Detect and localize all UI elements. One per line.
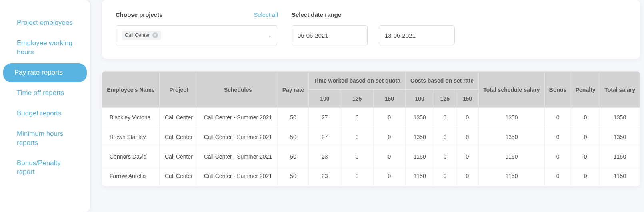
cell-project: Call Center: [159, 147, 198, 166]
filter-card: Choose projects Select all Call Center ✕…: [102, 0, 640, 59]
cell-name: Connors David: [102, 147, 160, 166]
cell-t150: 0: [373, 166, 406, 186]
table-body: Blackley VictoriaCall CenterCall Center …: [102, 108, 640, 186]
date-range-group: Select date range 06-06-2021 13-06-2021: [292, 11, 455, 45]
col-c150: 150: [456, 90, 478, 108]
cell-pay-rate: 50: [278, 127, 309, 147]
cell-t100: 27: [308, 127, 341, 147]
col-project: Project: [159, 72, 198, 108]
cell-t100: 27: [308, 108, 341, 127]
cell-project: Call Center: [159, 166, 198, 186]
sidebar-item-pay-rate-reports[interactable]: Pay rate reports: [3, 63, 87, 82]
projects-filter-group: Choose projects Select all Call Center ✕…: [116, 11, 278, 45]
cell-t150: 0: [373, 127, 406, 147]
cell-penalty: 0: [571, 166, 600, 186]
cell-t150: 0: [373, 108, 406, 127]
date-from-value: 06-06-2021: [298, 32, 328, 39]
cell-schedule: Call Center - Summer 2021: [198, 166, 278, 186]
cell-t125: 0: [341, 108, 373, 127]
cell-c150: 0: [456, 166, 478, 186]
date-to-value: 13-06-2021: [385, 32, 416, 39]
sidebar-item-project-employees[interactable]: Project employees: [3, 14, 87, 32]
col-t150: 150: [373, 90, 406, 108]
project-chip: Call Center ✕: [122, 31, 161, 40]
sidebar: Project employeesEmployee working hoursP…: [0, 0, 90, 212]
col-penalty: Penalty: [571, 72, 600, 108]
table-row: Blackley VictoriaCall CenterCall Center …: [102, 108, 640, 127]
sidebar-item-time-off-reports[interactable]: Time off reports: [3, 84, 87, 103]
cell-total: 1350: [600, 108, 640, 127]
cell-bonus: 0: [545, 147, 571, 166]
sidebar-item-minimum-hours-reports[interactable]: Minimum hours reports: [3, 125, 87, 153]
cell-tss: 1150: [478, 166, 545, 186]
cell-penalty: 0: [571, 127, 600, 147]
report-table-card: Employee's Name Project Schedules Pay ra…: [102, 71, 640, 186]
cell-penalty: 0: [571, 147, 600, 166]
pay-rate-table: Employee's Name Project Schedules Pay ra…: [102, 71, 640, 186]
date-range-label: Select date range: [292, 11, 341, 18]
cell-c100: 1150: [406, 166, 434, 186]
col-pay-rate: Pay rate: [278, 72, 309, 108]
cell-c100: 1150: [406, 147, 434, 166]
cell-t100: 23: [308, 166, 341, 186]
col-schedules: Schedules: [198, 72, 278, 108]
cell-c150: 0: [456, 108, 478, 127]
cell-t125: 0: [341, 127, 373, 147]
cell-bonus: 0: [545, 166, 571, 186]
cell-total: 1350: [600, 127, 640, 147]
col-c100: 100: [406, 90, 434, 108]
date-range-head: Select date range: [292, 11, 455, 18]
sidebar-item-employee-working-hours[interactable]: Employee working hours: [3, 34, 87, 62]
cell-tss: 1150: [478, 147, 545, 166]
cell-project: Call Center: [159, 127, 198, 147]
cell-pay-rate: 50: [278, 166, 309, 186]
cell-c125: 0: [434, 147, 456, 166]
col-bonus: Bonus: [545, 72, 571, 108]
cell-tss: 1350: [478, 108, 545, 127]
date-inputs-wrap: 06-06-2021 13-06-2021: [292, 25, 455, 45]
cell-schedule: Call Center - Summer 2021: [198, 147, 278, 166]
cell-pay-rate: 50: [278, 147, 309, 166]
cell-project: Call Center: [159, 108, 198, 127]
sidebar-item-budget-reports[interactable]: Budget reports: [3, 104, 87, 123]
project-chip-label: Call Center: [125, 32, 150, 38]
cell-bonus: 0: [545, 127, 571, 147]
cell-pay-rate: 50: [278, 108, 309, 127]
col-total-salary: Total salary: [600, 72, 640, 108]
table-row: Farrow AureliaCall CenterCall Center - S…: [102, 166, 640, 186]
cell-schedule: Call Center - Summer 2021: [198, 108, 278, 127]
cell-t125: 0: [341, 147, 373, 166]
cell-total: 1150: [600, 166, 640, 186]
projects-filter-head: Choose projects Select all: [116, 11, 278, 18]
table-head: Employee's Name Project Schedules Pay ra…: [102, 72, 640, 108]
cell-c150: 0: [456, 147, 478, 166]
cell-name: Blackley Victoria: [102, 108, 160, 127]
cell-tss: 1350: [478, 127, 545, 147]
choose-projects-label: Choose projects: [116, 11, 163, 18]
col-group-cost: Costs based on set rate: [406, 72, 478, 90]
cell-total: 1150: [600, 147, 640, 166]
cell-t100: 23: [308, 147, 341, 166]
table-row: Brown StanleyCall CenterCall Center - Su…: [102, 127, 640, 147]
cell-t150: 0: [373, 147, 406, 166]
cell-c125: 0: [434, 108, 456, 127]
col-employee: Employee's Name: [102, 72, 160, 108]
projects-select[interactable]: Call Center ✕ ⌄: [116, 25, 278, 45]
chevron-down-icon: ⌄: [268, 32, 272, 38]
col-t100: 100: [308, 90, 341, 108]
chip-remove-icon[interactable]: ✕: [152, 32, 158, 38]
main-content: Choose projects Select all Call Center ✕…: [90, 0, 644, 212]
table-row: Connors DavidCall CenterCall Center - Su…: [102, 147, 640, 166]
cell-c150: 0: [456, 127, 478, 147]
cell-c100: 1350: [406, 108, 434, 127]
date-from-input[interactable]: 06-06-2021: [292, 25, 368, 45]
cell-penalty: 0: [571, 108, 600, 127]
cell-c125: 0: [434, 166, 456, 186]
cell-name: Brown Stanley: [102, 127, 160, 147]
col-t125: 125: [341, 90, 373, 108]
sidebar-item-bonus-penalty-report[interactable]: Bonus/Penalty report: [3, 154, 87, 182]
cell-name: Farrow Aurelia: [102, 166, 160, 186]
col-c125: 125: [434, 90, 456, 108]
date-to-input[interactable]: 13-06-2021: [379, 25, 455, 45]
select-all-link[interactable]: Select all: [254, 11, 278, 18]
